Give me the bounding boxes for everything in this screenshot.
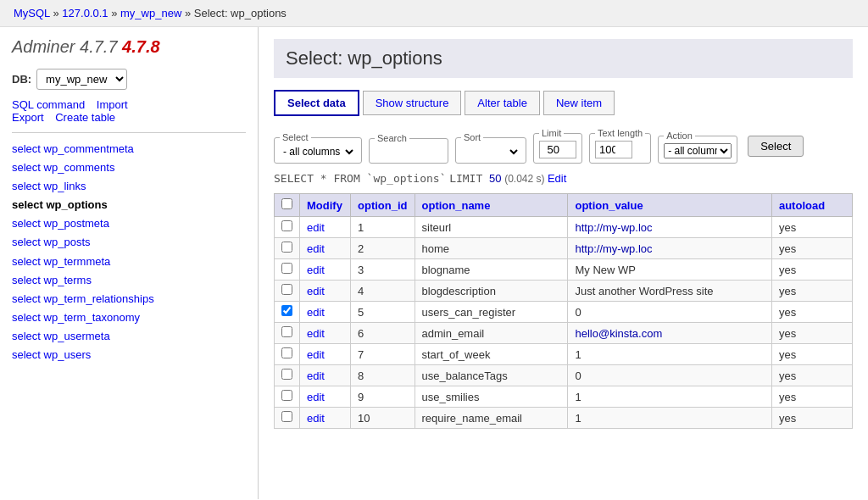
- sort-dropdown[interactable]: [461, 145, 520, 158]
- tab-alter-table[interactable]: Alter table: [465, 91, 540, 115]
- tab-show-structure[interactable]: Show structure: [363, 91, 462, 115]
- row-checkbox-cell[interactable]: [275, 365, 300, 386]
- sql-limit: 50: [489, 172, 501, 185]
- edit-link[interactable]: edit: [307, 264, 325, 276]
- edit-link[interactable]: edit: [307, 412, 325, 425]
- table-link-wp-options[interactable]: select wp_options: [12, 196, 246, 214]
- th-autoload[interactable]: autoload: [771, 194, 852, 217]
- edit-link[interactable]: edit: [307, 221, 325, 234]
- table-link-wp-termmeta[interactable]: select wp_termmeta: [12, 253, 246, 271]
- row-autoload: yes: [771, 259, 852, 281]
- sql-command-link[interactable]: SQL command: [12, 98, 85, 111]
- table-link-wp-usermeta[interactable]: select wp_usermeta: [12, 327, 246, 346]
- export-link[interactable]: Export: [12, 111, 44, 124]
- limit-input[interactable]: [539, 141, 576, 158]
- option-value-link[interactable]: http://my-wp.loc: [575, 221, 652, 234]
- row-checkbox-cell[interactable]: [275, 238, 300, 259]
- row-option-value[interactable]: hello@kinsta.com: [568, 323, 771, 344]
- option-value-link[interactable]: hello@kinsta.com: [575, 327, 662, 340]
- th-modify[interactable]: Modify: [300, 194, 351, 217]
- select-filter: Select - all columns -: [274, 132, 362, 164]
- row-checkbox-cell[interactable]: [275, 281, 300, 302]
- sql-edit-link[interactable]: Edit: [548, 172, 566, 185]
- action-dropdown[interactable]: - all columns -: [664, 143, 732, 158]
- row-option-value[interactable]: http://my-wp.loc: [568, 217, 771, 238]
- table-link-wp-commentmeta[interactable]: select wp_commentmeta: [12, 140, 246, 158]
- row-autoload: yes: [771, 302, 852, 323]
- row-option-value: 1: [568, 386, 771, 408]
- sql-suffix: LIMIT: [449, 172, 489, 185]
- row-checkbox-cell[interactable]: [275, 386, 300, 408]
- table-link-wp-comments[interactable]: select wp_comments: [12, 158, 246, 177]
- row-checkbox-cell[interactable]: [275, 217, 300, 238]
- row-checkbox-cell[interactable]: [275, 259, 300, 281]
- row-checkbox[interactable]: [281, 263, 292, 274]
- row-checkbox[interactable]: [281, 242, 292, 253]
- row-id: 7: [351, 344, 415, 365]
- table-row: edit5users_can_register0yes: [275, 302, 853, 323]
- row-id: 5: [351, 302, 415, 323]
- table-row: edit1siteurlhttp://my-wp.locyes: [275, 217, 853, 238]
- breadcrumb-host[interactable]: 127.0.0.1: [62, 7, 108, 19]
- row-checkbox-cell[interactable]: [275, 408, 300, 429]
- tab-new-item[interactable]: New item: [543, 91, 615, 115]
- table-link-wp-postmeta[interactable]: select wp_postmeta: [12, 214, 246, 233]
- row-option-value: Just another WordPress site: [568, 281, 771, 302]
- th-option-id[interactable]: option_id: [351, 194, 415, 217]
- table-header-row: Modify option_id option_name option_valu…: [275, 194, 853, 217]
- row-option-name: home: [415, 238, 568, 259]
- edit-link[interactable]: edit: [307, 391, 325, 403]
- edit-link[interactable]: edit: [307, 285, 325, 297]
- tab-select-data[interactable]: Select data: [274, 90, 359, 116]
- edit-link[interactable]: edit: [307, 242, 325, 255]
- table-link-wp-term-relationships[interactable]: select wp_term_relationships: [12, 290, 246, 308]
- select-all-checkbox[interactable]: [281, 198, 292, 209]
- row-edit-cell: edit: [300, 408, 351, 429]
- table-row: edit8use_balanceTags0yes: [275, 365, 853, 386]
- table-link-wp-posts[interactable]: select wp_posts: [12, 233, 246, 252]
- th-option-name[interactable]: option_name: [415, 194, 568, 217]
- th-option-value[interactable]: option_value: [568, 194, 771, 217]
- table-link-wp-links[interactable]: select wp_links: [12, 177, 246, 196]
- row-checkbox[interactable]: [281, 326, 292, 337]
- search-input[interactable]: [375, 147, 442, 158]
- limit-filter: Limit: [533, 128, 582, 164]
- edit-link[interactable]: edit: [307, 306, 325, 319]
- row-id: 6: [351, 323, 415, 344]
- row-checkbox[interactable]: [281, 347, 292, 358]
- row-checkbox-cell[interactable]: [275, 302, 300, 323]
- table-link-wp-terms[interactable]: select wp_terms: [12, 271, 246, 290]
- row-edit-cell: edit: [300, 217, 351, 238]
- text-length-input[interactable]: [595, 141, 632, 158]
- create-table-link[interactable]: Create table: [55, 111, 115, 124]
- row-checkbox[interactable]: [281, 220, 292, 231]
- row-option-name: blogdescription: [415, 281, 568, 302]
- import-link[interactable]: Import: [97, 98, 128, 111]
- table-link-wp-users[interactable]: select wp_users: [12, 346, 246, 364]
- row-checkbox[interactable]: [281, 390, 292, 401]
- table-link-wp-term-taxonomy[interactable]: select wp_term_taxonomy: [12, 308, 246, 327]
- row-checkbox-cell[interactable]: [275, 323, 300, 344]
- option-value-link[interactable]: http://my-wp.loc: [575, 242, 652, 255]
- row-checkbox[interactable]: [281, 305, 292, 316]
- row-checkbox-cell[interactable]: [275, 344, 300, 365]
- row-checkbox[interactable]: [281, 411, 292, 422]
- row-checkbox[interactable]: [281, 284, 292, 295]
- row-option-value[interactable]: http://my-wp.loc: [568, 238, 771, 259]
- edit-link[interactable]: edit: [307, 369, 325, 382]
- edit-link[interactable]: edit: [307, 327, 325, 340]
- db-row: DB: my_wp_new: [12, 69, 246, 90]
- row-checkbox[interactable]: [281, 369, 292, 380]
- select-button[interactable]: Select: [748, 136, 804, 157]
- select-dropdown[interactable]: - all columns -: [280, 145, 356, 158]
- table-row: edit9use_smilies1yes: [275, 386, 853, 408]
- db-selector[interactable]: my_wp_new: [36, 69, 127, 90]
- breadcrumb-db-engine[interactable]: MySQL: [14, 7, 50, 19]
- edit-link[interactable]: edit: [307, 348, 325, 361]
- breadcrumb-db[interactable]: my_wp_new: [120, 7, 181, 19]
- row-edit-cell: edit: [300, 238, 351, 259]
- text-length-legend: Text length: [595, 128, 645, 138]
- row-option-name: use_balanceTags: [415, 365, 568, 386]
- th-checkbox[interactable]: [275, 194, 300, 217]
- row-option-name: admin_email: [415, 323, 568, 344]
